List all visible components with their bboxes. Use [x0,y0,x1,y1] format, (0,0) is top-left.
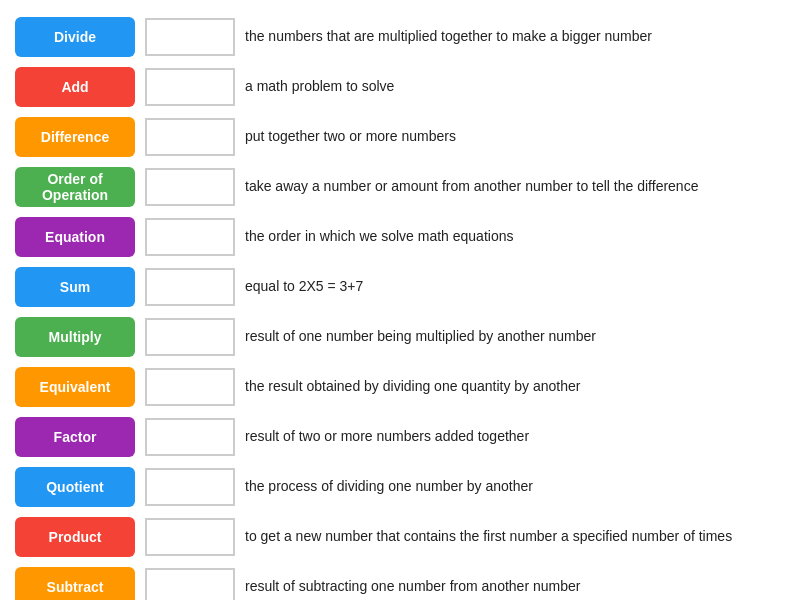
term-button-quotient[interactable]: Quotient [15,467,135,507]
answer-box-difference[interactable] [145,118,235,156]
answer-box-divide[interactable] [145,18,235,56]
term-button-subtract[interactable]: Subtract [15,567,135,600]
matching-row: Quotientthe process of dividing one numb… [15,465,785,509]
definition-equivalent: the result obtained by dividing one quan… [245,377,785,397]
definition-subtract: result of subtracting one number from an… [245,577,785,597]
term-button-order-of-operation[interactable]: Order of Operation [15,167,135,207]
term-button-difference[interactable]: Difference [15,117,135,157]
matching-row: Productto get a new number that contains… [15,515,785,559]
answer-box-equivalent[interactable] [145,368,235,406]
term-button-product[interactable]: Product [15,517,135,557]
definition-divide: the numbers that are multiplied together… [245,27,785,47]
definition-multiply: result of one number being multiplied by… [245,327,785,347]
answer-box-quotient[interactable] [145,468,235,506]
matching-row: Sumequal to 2X5 = 3+7 [15,265,785,309]
answer-box-order-of-operation[interactable] [145,168,235,206]
answer-box-sum[interactable] [145,268,235,306]
answer-box-factor[interactable] [145,418,235,456]
matching-row: Order of Operationtake away a number or … [15,165,785,209]
term-button-divide[interactable]: Divide [15,17,135,57]
definition-order-of-operation: take away a number or amount from anothe… [245,177,785,197]
matching-row: Dividethe numbers that are multiplied to… [15,15,785,59]
matching-row: Differenceput together two or more numbe… [15,115,785,159]
term-button-sum[interactable]: Sum [15,267,135,307]
term-button-add[interactable]: Add [15,67,135,107]
matching-row: Factorresult of two or more numbers adde… [15,415,785,459]
answer-box-add[interactable] [145,68,235,106]
term-button-factor[interactable]: Factor [15,417,135,457]
answer-box-multiply[interactable] [145,318,235,356]
definition-add: a math problem to solve [245,77,785,97]
matching-row: Equivalentthe result obtained by dividin… [15,365,785,409]
term-button-equation[interactable]: Equation [15,217,135,257]
answer-box-equation[interactable] [145,218,235,256]
definition-difference: put together two or more numbers [245,127,785,147]
matching-row: Adda math problem to solve [15,65,785,109]
definition-factor: result of two or more numbers added toge… [245,427,785,447]
definition-quotient: the process of dividing one number by an… [245,477,785,497]
definition-sum: equal to 2X5 = 3+7 [245,277,785,297]
matching-activity: Dividethe numbers that are multiplied to… [15,15,785,600]
term-button-multiply[interactable]: Multiply [15,317,135,357]
matching-row: Multiplyresult of one number being multi… [15,315,785,359]
answer-box-subtract[interactable] [145,568,235,600]
definition-product: to get a new number that contains the fi… [245,527,785,547]
term-button-equivalent[interactable]: Equivalent [15,367,135,407]
answer-box-product[interactable] [145,518,235,556]
definition-equation: the order in which we solve math equatio… [245,227,785,247]
matching-row: Equationthe order in which we solve math… [15,215,785,259]
matching-row: Subtractresult of subtracting one number… [15,565,785,600]
